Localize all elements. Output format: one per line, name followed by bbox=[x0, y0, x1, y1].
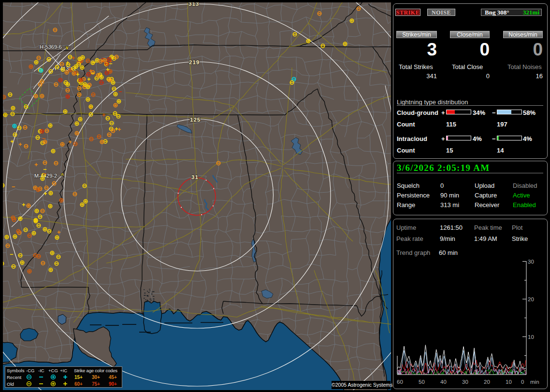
svg-text:Old: Old bbox=[7, 381, 14, 387]
svg-text:Symbols: Symbols bbox=[7, 368, 25, 373]
svg-text:v: v bbox=[66, 45, 69, 50]
svg-text:H-5369-6: H-5369-6 bbox=[40, 44, 62, 50]
svg-text:30: 30 bbox=[528, 259, 534, 265]
svg-text:60+: 60+ bbox=[74, 381, 83, 387]
svg-text:10: 10 bbox=[528, 334, 534, 340]
svg-text:75+: 75+ bbox=[92, 381, 100, 387]
svg-text:Strike age color codes: Strike age color codes bbox=[74, 368, 117, 373]
svg-text:20: 20 bbox=[484, 379, 490, 385]
svg-text:-IC: -IC bbox=[38, 368, 44, 373]
svg-text:0: 0 bbox=[521, 379, 524, 385]
svg-text:10: 10 bbox=[506, 379, 512, 385]
svg-text:20: 20 bbox=[528, 296, 534, 302]
svg-text:Recent: Recent bbox=[7, 375, 21, 380]
svg-text:45+: 45+ bbox=[109, 375, 117, 380]
svg-text:50: 50 bbox=[419, 379, 425, 385]
svg-text:125: 125 bbox=[190, 117, 201, 123]
svg-text:15+: 15+ bbox=[74, 375, 83, 380]
svg-text:-CG: -CG bbox=[26, 368, 34, 373]
svg-text:31: 31 bbox=[191, 174, 199, 180]
svg-text:313: 313 bbox=[188, 2, 199, 7]
svg-text:+IC: +IC bbox=[60, 368, 67, 373]
svg-text:219: 219 bbox=[189, 59, 200, 65]
svg-text:30: 30 bbox=[462, 379, 468, 385]
svg-text:90+: 90+ bbox=[109, 381, 117, 387]
svg-text:60: 60 bbox=[397, 379, 403, 385]
svg-text:^: ^ bbox=[61, 173, 64, 178]
svg-text:+CG: +CG bbox=[48, 368, 58, 373]
svg-text:30+: 30+ bbox=[92, 375, 100, 380]
svg-text:40: 40 bbox=[440, 379, 447, 385]
svg-text:min: min bbox=[530, 379, 539, 385]
